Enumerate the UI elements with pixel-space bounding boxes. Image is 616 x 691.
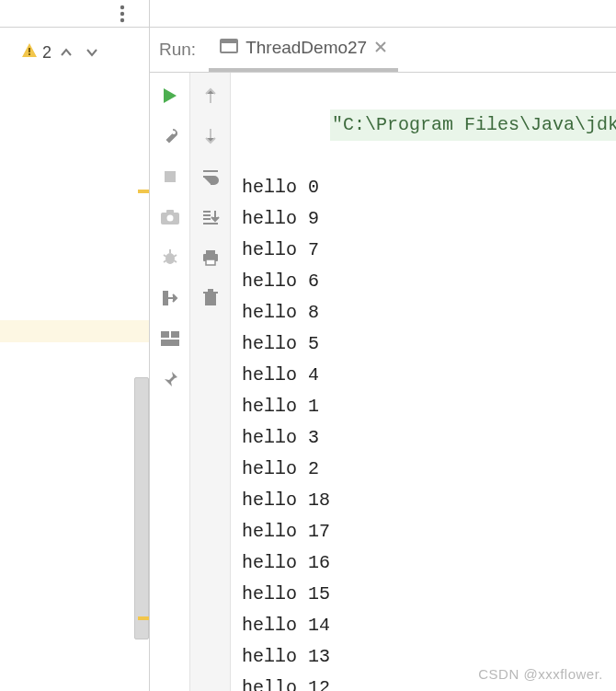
svg-point-2 [120, 17, 124, 21]
console-line: hello 3 [242, 422, 616, 454]
run-secondary-toolbar [190, 73, 231, 691]
run-tab[interactable]: ThreadDemo27 [209, 28, 398, 72]
svg-rect-37 [208, 289, 213, 292]
scroll-to-end-button[interactable] [197, 203, 224, 231]
svg-rect-13 [166, 210, 174, 213]
run-tab-label: ThreadDemo27 [245, 38, 367, 58]
svg-point-0 [120, 5, 124, 8]
warning-icon [20, 41, 39, 63]
svg-rect-6 [221, 40, 237, 43]
console-command-line: "C:\Program Files\Java\jdk1.8.0 [330, 109, 616, 141]
console-line: hello 16 [242, 547, 616, 579]
svg-rect-4 [29, 53, 30, 55]
run-title: Run: [155, 40, 209, 60]
console-line: hello 8 [242, 297, 616, 328]
error-stripe-mark[interactable] [138, 616, 149, 620]
application-icon [220, 38, 238, 59]
layout-button[interactable] [156, 325, 184, 352]
svg-rect-21 [161, 331, 169, 338]
debug-button[interactable] [156, 244, 184, 271]
console-line: hello 12 [242, 673, 616, 691]
print-button[interactable] [197, 244, 224, 271]
soft-wrap-button[interactable] [197, 163, 224, 190]
editor-scrollbar-thumb[interactable] [134, 377, 149, 639]
console-line: hello 14 [242, 610, 616, 641]
close-tab-button[interactable] [374, 38, 387, 58]
up-arrow-button[interactable] [197, 82, 224, 109]
svg-marker-9 [164, 88, 177, 103]
wrench-button[interactable] [156, 122, 184, 150]
console-line: hello 9 [242, 203, 616, 235]
svg-point-15 [165, 253, 175, 264]
svg-rect-35 [205, 294, 216, 305]
console-lines: hello 0hello 9hello 7hello 6hello 8hello… [242, 172, 616, 691]
editor-gutter-column: 2 [0, 28, 150, 691]
svg-line-20 [174, 260, 177, 262]
run-tool-window: Run: ThreadDemo27 [150, 28, 616, 691]
svg-line-17 [164, 255, 166, 257]
screenshot-button[interactable] [156, 203, 184, 231]
svg-rect-32 [206, 250, 215, 254]
console-line: hello 2 [242, 454, 616, 485]
down-arrow-button[interactable] [197, 122, 224, 150]
more-actions-button[interactable] [108, 0, 136, 28]
svg-rect-36 [203, 292, 218, 294]
top-strip [0, 0, 616, 28]
pin-button[interactable] [156, 365, 184, 393]
main-area: 2 Run: ThreadDemo27 [0, 28, 616, 691]
error-stripe-mark[interactable] [138, 190, 149, 193]
console-line: hello 17 [242, 516, 616, 547]
svg-line-18 [174, 255, 177, 257]
clear-all-button[interactable] [197, 284, 224, 312]
svg-rect-11 [165, 171, 176, 182]
svg-rect-34 [206, 259, 215, 265]
next-highlight-button[interactable] [81, 41, 103, 63]
exit-button[interactable] [156, 284, 184, 312]
console-line: hello 15 [242, 579, 616, 610]
run-body: "C:\Program Files\Java\jdk1.8.0 hello 0h… [150, 72, 616, 691]
run-primary-toolbar [150, 73, 190, 691]
console-line: hello 5 [242, 328, 616, 360]
stop-button[interactable] [156, 163, 184, 190]
top-right-spacer [150, 0, 616, 27]
warning-count: 2 [42, 43, 51, 63]
rerun-button[interactable] [156, 82, 184, 109]
console-line: hello 18 [242, 485, 616, 516]
console-line: hello 0 [242, 172, 616, 203]
console-output[interactable]: "C:\Program Files\Java\jdk1.8.0 hello 0h… [231, 73, 616, 691]
svg-rect-23 [161, 340, 179, 346]
inspections-widget[interactable]: 2 [0, 28, 149, 77]
prev-highlight-button[interactable] [55, 41, 77, 63]
svg-rect-22 [171, 331, 179, 338]
svg-point-14 [166, 215, 173, 222]
svg-point-10 [172, 131, 176, 134]
svg-rect-3 [29, 48, 30, 52]
editor-top-bar [0, 0, 150, 27]
console-line: hello 4 [242, 360, 616, 391]
console-line: hello 13 [242, 641, 616, 673]
svg-point-1 [120, 11, 124, 15]
console-line: hello 7 [242, 235, 616, 266]
svg-line-19 [164, 260, 166, 262]
run-header: Run: ThreadDemo27 [150, 28, 616, 72]
console-line: hello 1 [242, 391, 616, 422]
editor-highlight-line [0, 320, 149, 342]
console-line: hello 6 [242, 266, 616, 297]
